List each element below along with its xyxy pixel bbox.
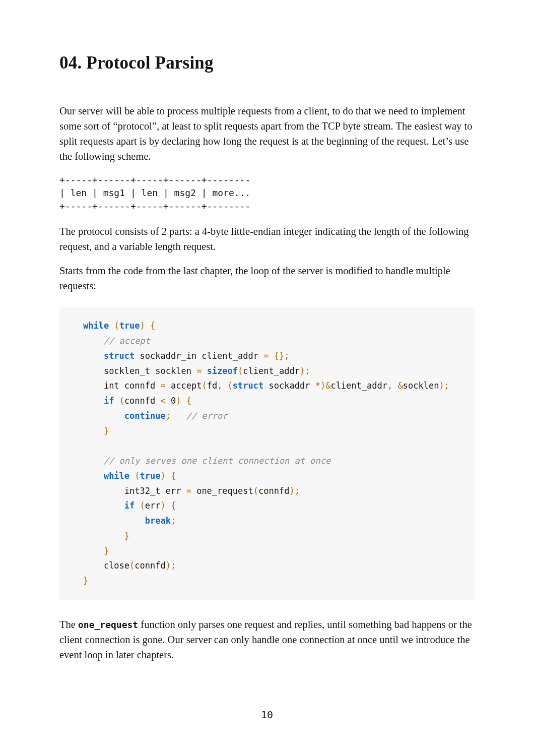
code-paren: ( bbox=[228, 381, 233, 391]
code-paren: ( bbox=[140, 500, 145, 511]
code-comma: , bbox=[217, 381, 227, 391]
code-paren: ) bbox=[320, 381, 325, 391]
code-text: 0 bbox=[166, 396, 176, 406]
code-comma: , bbox=[387, 381, 397, 391]
code-text: connfd bbox=[124, 396, 161, 406]
code-kw-sizeof: sizeof bbox=[207, 366, 238, 376]
code-kw-while: while bbox=[104, 471, 129, 481]
code-semi: ; bbox=[171, 560, 176, 571]
code-brace: { bbox=[269, 351, 279, 361]
code-paren: ( bbox=[202, 381, 207, 391]
code-brace: } bbox=[104, 546, 109, 556]
code-paren: ( bbox=[238, 366, 243, 376]
code-text: client_addr bbox=[330, 381, 387, 391]
code-pre: while (true) { // accept struct sockaddr… bbox=[62, 319, 465, 589]
code-op: = bbox=[263, 351, 269, 361]
code-comment-only: // only serves one client connection at … bbox=[104, 456, 330, 466]
code-kw-continue: continue bbox=[124, 411, 166, 421]
code-paren: ( bbox=[129, 560, 135, 571]
code-kw-struct: struct bbox=[104, 351, 135, 361]
code-text: socklen bbox=[403, 381, 439, 391]
code-text: int32_t err bbox=[124, 486, 186, 496]
intro-paragraph-3: Starts from the code from the last chapt… bbox=[59, 263, 475, 293]
outro-pre: The bbox=[59, 619, 78, 630]
code-op: < bbox=[161, 396, 166, 406]
code-paren: ( bbox=[114, 321, 119, 331]
intro-paragraph-1: Our server will be able to process multi… bbox=[59, 103, 475, 164]
code-paren: ) bbox=[140, 321, 145, 331]
code-kw-while: while bbox=[83, 321, 109, 331]
code-star: * bbox=[315, 381, 320, 391]
code-semi: ; bbox=[171, 516, 176, 526]
code-text: accept bbox=[166, 381, 202, 391]
code-text: connfd bbox=[135, 560, 165, 571]
code-paren: ) bbox=[439, 381, 444, 391]
code-semi: ; bbox=[284, 351, 289, 361]
code-amp: & bbox=[325, 381, 330, 391]
code-brace: } bbox=[279, 351, 284, 361]
code-kw-true: true bbox=[140, 471, 161, 481]
ascii-diagram: +-----+------+-----+------+-------- | le… bbox=[59, 173, 475, 213]
code-kw-true: true bbox=[119, 321, 140, 331]
code-brace: } bbox=[124, 531, 129, 541]
code-text: err bbox=[145, 500, 161, 511]
code-kw-break: break bbox=[145, 516, 171, 526]
outro-paragraph: The one_request function only parses one… bbox=[59, 617, 475, 662]
page: 04. Protocol Parsing Our server will be … bbox=[0, 0, 534, 756]
intro-paragraph-2: The protocol consists of 2 parts: a 4-by… bbox=[59, 224, 475, 254]
code-text: one_request bbox=[191, 486, 253, 496]
code-op: = bbox=[160, 381, 165, 391]
code-semi: ; bbox=[166, 411, 171, 421]
code-kw-if: if bbox=[124, 500, 135, 511]
code-semi: ; bbox=[305, 366, 310, 376]
code-brace: { bbox=[186, 396, 191, 406]
code-semi: ; bbox=[444, 381, 449, 391]
code-amp: & bbox=[397, 381, 403, 391]
code-paren: ( bbox=[119, 396, 124, 406]
code-text: client_addr bbox=[243, 366, 300, 376]
code-paren: ( bbox=[253, 486, 258, 496]
code-brace: } bbox=[83, 576, 88, 586]
code-paren: ) bbox=[176, 396, 181, 406]
code-paren: ) bbox=[161, 500, 166, 511]
code-block: while (true) { // accept struct sockaddr… bbox=[59, 307, 475, 600]
code-text: int connfd bbox=[104, 381, 161, 391]
code-paren: ) bbox=[300, 366, 305, 376]
code-text: socklen_t socklen bbox=[104, 366, 196, 376]
code-text: connfd bbox=[258, 486, 289, 496]
code-text: sockaddr bbox=[263, 381, 315, 391]
code-brace: } bbox=[104, 426, 109, 436]
code-op: = bbox=[186, 486, 191, 496]
code-kw-struct: struct bbox=[233, 381, 263, 391]
inline-code-one-request: one_request bbox=[78, 619, 138, 630]
code-paren: ) bbox=[161, 471, 166, 481]
code-op: = bbox=[196, 366, 202, 376]
code-text: sockaddr_in client_addr bbox=[135, 351, 263, 361]
code-comment-accept: // accept bbox=[104, 336, 150, 346]
code-paren: ) bbox=[289, 486, 294, 496]
code-comment-error: // error bbox=[186, 411, 228, 421]
code-text: close bbox=[104, 560, 129, 571]
code-brace: { bbox=[171, 471, 176, 481]
code-brace: { bbox=[171, 500, 176, 511]
page-number: 10 bbox=[0, 709, 534, 721]
code-brace: { bbox=[150, 321, 155, 331]
chapter-title: 04. Protocol Parsing bbox=[59, 53, 475, 73]
code-paren: ( bbox=[135, 471, 140, 481]
code-paren: ) bbox=[166, 560, 171, 571]
code-semi: ; bbox=[295, 486, 300, 496]
code-text: fd bbox=[207, 381, 217, 391]
code-kw-if: if bbox=[104, 396, 114, 406]
